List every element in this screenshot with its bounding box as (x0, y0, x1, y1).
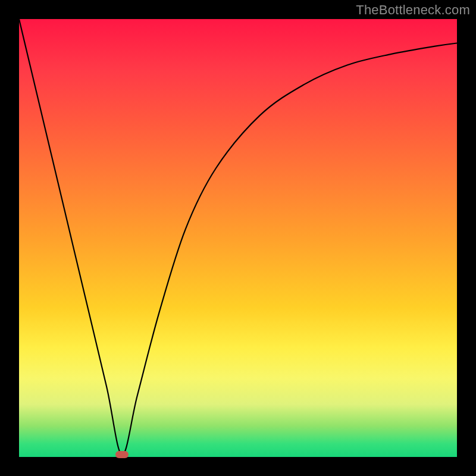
bottleneck-curve (19, 19, 457, 457)
chart-frame: TheBottleneck.com (0, 0, 476, 476)
plot-area (19, 19, 457, 457)
min-point-marker (115, 451, 129, 458)
watermark-text: TheBottleneck.com (356, 2, 470, 18)
